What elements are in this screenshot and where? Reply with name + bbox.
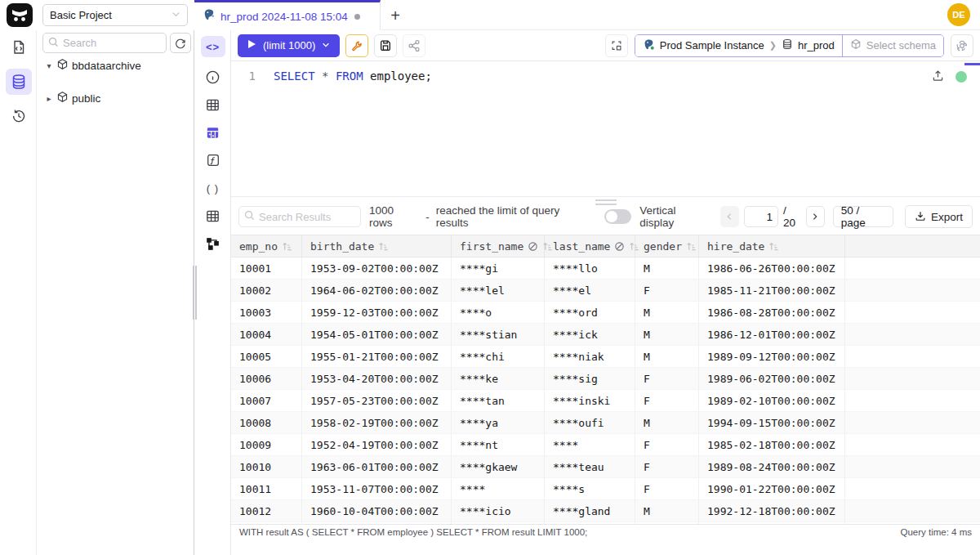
column-header-birth_date[interactable]: birth_date	[302, 235, 452, 257]
table-cell[interactable]: 1989-08-24T00:00:00Z	[699, 456, 845, 478]
sort-icon[interactable]	[768, 241, 779, 252]
table-cell[interactable]: 1952-04-19T00:00:00Z	[302, 434, 452, 456]
column-header-emp_no[interactable]: emp_no	[231, 235, 302, 257]
strip-schema-diagram-button[interactable]	[194, 230, 231, 257]
vertical-display-toggle[interactable]	[604, 209, 631, 224]
table-cell[interactable]: ****sig	[545, 368, 635, 390]
table-cell[interactable]: M	[635, 346, 699, 368]
table-cell[interactable]: 1989-02-10T00:00:00Z	[699, 390, 845, 412]
table-cell[interactable]: 1985-02-18T00:00:00Z	[699, 434, 845, 456]
column-header-gender[interactable]: gender	[635, 235, 699, 257]
format-sql-button[interactable]	[605, 34, 628, 57]
table-cell[interactable]: 1985-11-21T00:00:00Z	[699, 280, 845, 302]
table-cell[interactable]: 1986-06-26T00:00:00Z	[699, 257, 845, 280]
save-button[interactable]	[374, 34, 397, 57]
strip-data-table-button[interactable]	[194, 119, 231, 146]
table-cell[interactable]: 1992-12-18T00:00:00Z	[699, 500, 845, 522]
next-page-button[interactable]	[806, 206, 825, 227]
tree-item-public[interactable]: ▸public	[37, 90, 194, 106]
table-cell[interactable]: ****chi	[452, 346, 545, 368]
table-cell[interactable]: 1953-11-07T00:00:00Z	[302, 478, 452, 500]
table-cell[interactable]: M	[635, 324, 699, 346]
new-tab-button[interactable]: +	[382, 2, 408, 29]
table-cell[interactable]: ****gi	[452, 257, 545, 280]
app-logo-icon[interactable]	[7, 3, 33, 27]
table-cell[interactable]: ****teau	[545, 456, 635, 478]
table-cell[interactable]: 10010	[231, 456, 302, 478]
project-select[interactable]: Basic Project	[42, 4, 188, 26]
prev-page-button[interactable]	[720, 206, 739, 227]
table-cell[interactable]: 1953-09-02T00:00:00Z	[302, 257, 452, 280]
upload-sheet-icon[interactable]	[932, 69, 944, 85]
results-search-input[interactable]	[259, 211, 350, 223]
strip-info-button[interactable]	[194, 63, 231, 91]
sort-icon[interactable]	[686, 241, 697, 252]
table-cell[interactable]: M	[635, 412, 699, 434]
column-header-hire_date[interactable]: hire_date	[699, 235, 845, 257]
table-cell[interactable]: ****ick	[545, 324, 635, 346]
avatar[interactable]: DE	[947, 3, 970, 26]
tree-item-empty[interactable]	[37, 74, 194, 90]
table-cell[interactable]: ****gland	[545, 500, 635, 522]
table-cell[interactable]: ****llo	[545, 257, 635, 280]
strip-function-button[interactable]	[194, 146, 231, 174]
sort-icon[interactable]	[282, 241, 292, 252]
table-cell[interactable]: ****nt	[452, 434, 545, 456]
table-cell[interactable]: 10008	[231, 412, 302, 434]
instance-selector[interactable]: Prod Sample Instance ❯ hr_prod	[635, 35, 842, 56]
table-cell[interactable]: F	[635, 434, 699, 456]
table-cell[interactable]: 10003	[231, 302, 302, 324]
table-cell[interactable]: ****icio	[452, 500, 545, 522]
table-cell[interactable]: ****gkaew	[452, 456, 545, 478]
run-query-button[interactable]: (limit 1000)	[238, 34, 340, 57]
table-cell[interactable]: F	[635, 280, 699, 302]
table-cell[interactable]: F	[635, 456, 699, 478]
table-cell[interactable]: M	[635, 500, 699, 522]
table-cell[interactable]: ****lel	[452, 280, 545, 302]
table-cell[interactable]: ****niak	[545, 346, 635, 368]
table-cell[interactable]: F	[635, 368, 699, 390]
table-cell[interactable]: 10002	[231, 280, 302, 302]
table-cell[interactable]: ****ord	[545, 302, 635, 324]
table-cell[interactable]: ****tan	[452, 390, 545, 412]
schema-selector[interactable]: Select schema	[842, 35, 943, 56]
table-cell[interactable]: ****ya	[452, 412, 545, 434]
share-button[interactable]	[403, 34, 425, 57]
ai-assist-wand-button[interactable]	[345, 34, 368, 57]
tree-search-input[interactable]	[63, 37, 153, 49]
export-button[interactable]: Export	[905, 205, 973, 228]
tree-item-bbdataarchive[interactable]: ▾bbdataarchive	[37, 57, 194, 74]
table-cell[interactable]: 1989-09-12T00:00:00Z	[699, 346, 845, 368]
table-cell[interactable]: 1959-12-03T00:00:00Z	[302, 302, 452, 324]
tab-worksheet[interactable]: hr_prod 2024-11-08 15:04	[194, 0, 381, 30]
table-cell[interactable]: ****s	[545, 478, 635, 500]
ai-chat-button[interactable]	[951, 34, 973, 57]
table-cell[interactable]: 1986-08-28T00:00:00Z	[699, 302, 845, 324]
unsaved-dot-icon[interactable]	[354, 14, 360, 20]
table-cell[interactable]: M	[635, 302, 699, 324]
page-size-select[interactable]: 50 / page	[833, 206, 893, 227]
table-cell[interactable]: 10007	[231, 390, 302, 412]
table-cell[interactable]: 10012	[231, 500, 302, 522]
strip-code-button[interactable]: <>	[194, 30, 231, 63]
table-cell[interactable]: 1986-12-01T00:00:00Z	[699, 324, 845, 346]
column-header-last_name[interactable]: last_name	[545, 235, 635, 257]
table-cell[interactable]: 1994-09-15T00:00:00Z	[699, 412, 845, 434]
rail-database-button[interactable]	[0, 65, 37, 99]
strip-parens-button[interactable]: ( )	[194, 174, 231, 202]
sort-icon[interactable]	[378, 241, 389, 252]
table-cell[interactable]: 1989-06-02T00:00:00Z	[699, 368, 845, 390]
table-cell[interactable]: ****	[545, 434, 635, 456]
table-cell[interactable]: 10005	[231, 346, 302, 368]
table-cell[interactable]: 10004	[231, 324, 302, 346]
caret-icon[interactable]: ▸	[45, 94, 53, 103]
table-cell[interactable]: 1964-06-02T00:00:00Z	[302, 280, 452, 302]
table-cell[interactable]: 1954-05-01T00:00:00Z	[302, 324, 452, 346]
table-cell[interactable]: 10009	[231, 434, 302, 456]
table-cell[interactable]: 1957-05-23T00:00:00Z	[302, 390, 452, 412]
table-cell[interactable]: ****inski	[545, 390, 635, 412]
table-cell[interactable]: 10001	[231, 257, 302, 280]
rail-worksheets-button[interactable]	[0, 30, 37, 65]
table-cell[interactable]: ****o	[452, 302, 545, 324]
table-cell[interactable]: ****oufi	[545, 412, 635, 434]
